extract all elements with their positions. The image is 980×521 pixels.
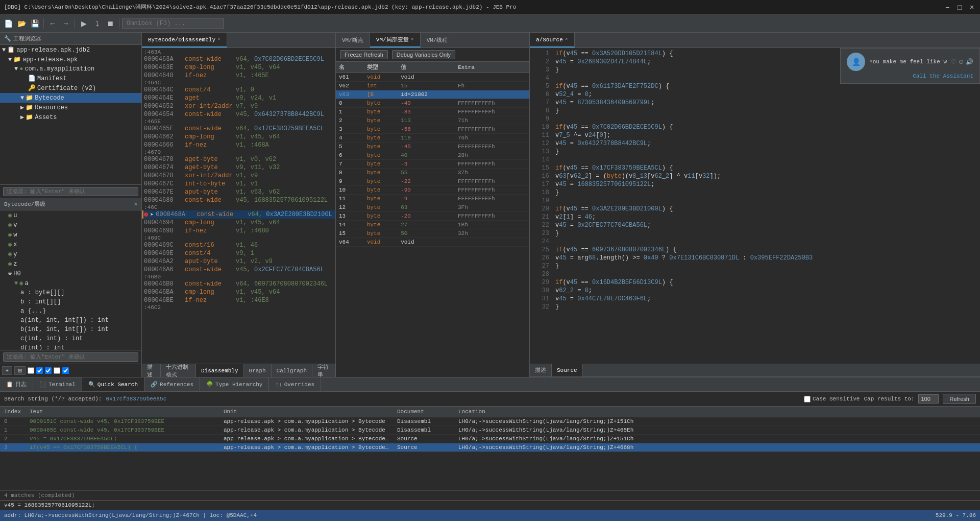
- code-line-16[interactable]: ➤ 0000468A const-wide v64, 0x3A2E280E3BD…: [142, 210, 335, 219]
- code-line-22[interactable]: 000046A6 const-wide v45, 0x2CFEC77C704CB…: [142, 266, 335, 274]
- refresh-button[interactable]: Refresh: [943, 394, 976, 404]
- source-tab-close[interactable]: ×: [565, 37, 568, 42]
- hier-a-bytes[interactable]: a : byte[][]: [0, 288, 141, 297]
- code-line-5[interactable]: 00004652 xor-int/2addr v7, v9: [142, 102, 335, 110]
- code-line-3[interactable]: 0000464C const/4 v1, 0: [142, 86, 335, 94]
- code-line-19[interactable]: 0000469C const/16 v1, 46: [142, 241, 335, 249]
- source-line[interactable]: 25if(v45 == 6097367080807002346L) {: [530, 246, 980, 254]
- source-line[interactable]: 20if(v45 == 0x3A2E280E3BD21000L) {: [530, 205, 980, 214]
- source-line[interactable]: 17 v45 = 1688352577061095122L;: [530, 181, 980, 189]
- checkbox2[interactable]: [36, 366, 43, 375]
- code-line-21[interactable]: 000046A2 aput-byte v1, v2, v9: [142, 257, 335, 266]
- var-name[interactable]: 0: [336, 99, 364, 108]
- var-name[interactable]: v62: [336, 82, 364, 90]
- var-name[interactable]: v64: [336, 238, 364, 247]
- tree-apk[interactable]: ▼ 📁 app-release.apk: [0, 55, 141, 64]
- source-source-tab[interactable]: Source: [552, 364, 583, 376]
- source-tab[interactable]: a/Source ×: [530, 33, 575, 48]
- log-tab[interactable]: 📋 日志: [0, 377, 33, 391]
- result-row[interactable]: 0 0000151C const-wide v45, 0x17CF383759B…: [0, 417, 980, 426]
- var-name[interactable]: 3: [336, 125, 364, 134]
- var-name[interactable]: 7: [336, 160, 364, 169]
- overrides-tab[interactable]: ↑↓ Overrides: [269, 377, 321, 391]
- volume-btn[interactable]: 🔊: [966, 58, 973, 65]
- source-desc-tab[interactable]: 描述: [530, 364, 552, 376]
- step-btn[interactable]: ⤵: [91, 17, 103, 30]
- code-line-7[interactable]: 0000465E const-wide v64, 0x17CF383759BEE…: [142, 125, 335, 133]
- debug-variables-btn[interactable]: Debug Variables Only: [392, 50, 455, 59]
- hier-h0[interactable]: ⊕ H0: [0, 269, 141, 278]
- tab-hex[interactable]: 十六进制格式: [161, 364, 196, 377]
- code-line-4[interactable]: 0000464E aget v9, v24, v1: [142, 94, 335, 102]
- source-line[interactable]: 12 v45 = 0x64327378B8442BC9L;: [530, 140, 980, 148]
- var-name[interactable]: 6: [336, 151, 364, 160]
- open-btn[interactable]: 📂: [15, 17, 28, 30]
- code-line-13[interactable]: 0000467C int-to-byte v1, v1: [142, 180, 335, 188]
- tree-package[interactable]: ▼ ● com.a.myapplication: [0, 64, 141, 74]
- code-line-25[interactable]: 000046BE if-nez v1, :46E8: [142, 296, 335, 304]
- var-name[interactable]: 4: [336, 134, 364, 143]
- grid-btn[interactable]: ⊞: [14, 366, 26, 375]
- save-btn[interactable]: 💾: [29, 17, 41, 30]
- source-line[interactable]: 6 v52_4 = 0;: [530, 91, 980, 99]
- source-line[interactable]: 31 v45 = 0x44C7E70E7DC463F6L;: [530, 295, 980, 303]
- hier-x[interactable]: ◉ x: [0, 240, 141, 249]
- call-assistant-link[interactable]: Call the Assistant: [847, 73, 973, 79]
- vm-var-close[interactable]: ×: [411, 37, 414, 42]
- source-line[interactable]: 27}: [530, 263, 980, 271]
- hier-w[interactable]: ◉ w: [0, 230, 141, 240]
- type-hierarchy-tab[interactable]: 🌳 Type Hierarchy: [200, 377, 269, 391]
- vm-breakpoint-tab[interactable]: VM/断点: [336, 33, 370, 48]
- code-line-9[interactable]: 00004666 if-nez v1, :468A: [142, 141, 335, 149]
- hier-b-method[interactable]: b(int, int, int[]) : int: [0, 325, 141, 334]
- code-line-17[interactable]: 00004694 cmp-long v1, v45, v64: [142, 219, 335, 227]
- code-line-20[interactable]: 0000469E const/4 v9, 1: [142, 249, 335, 257]
- tab-callgraph[interactable]: Callgraph: [272, 364, 312, 377]
- code-line-24[interactable]: 000046BA cmp-long v1, v45, v64: [142, 288, 335, 296]
- case-sensitive-check[interactable]: [804, 396, 811, 402]
- vm-variables-tab[interactable]: VM/局部变量 ×: [370, 33, 421, 48]
- code-line-11[interactable]: 00004674 aget-byte v9, v11, v32: [142, 163, 335, 172]
- var-name[interactable]: v63: [336, 90, 364, 99]
- source-line[interactable]: 11 v7_5 ^= v24[0];: [530, 132, 980, 140]
- new-btn[interactable]: 📄: [2, 17, 14, 30]
- code-line-23[interactable]: 000046B0 const-wide v64, 609736708080700…: [142, 280, 335, 288]
- tree-assets[interactable]: ▶ 📁 Assets: [0, 112, 141, 122]
- stop-btn[interactable]: ⏹: [104, 17, 116, 30]
- tree-resources[interactable]: ▶ 📁 Resources: [0, 103, 141, 112]
- var-name[interactable]: 11: [336, 195, 364, 203]
- maximize-button[interactable]: □: [955, 3, 964, 11]
- var-name[interactable]: 14: [336, 221, 364, 229]
- bytecode-content[interactable]: :463A 0000463A const-wide v64, 0x7C02D06…: [142, 48, 335, 364]
- checkbox1[interactable]: [28, 366, 34, 375]
- result-row[interactable]: 1 0000465E const-wide v45, 0x17CF383759B…: [0, 426, 980, 435]
- var-name[interactable]: 15: [336, 229, 364, 238]
- source-line[interactable]: 18}: [530, 189, 980, 197]
- code-line-14[interactable]: 0000467E aput-byte v1, v63, v62: [142, 188, 335, 196]
- hier-b-ints[interactable]: b : int[][]: [0, 297, 141, 306]
- add-btn[interactable]: +: [2, 366, 12, 375]
- source-line[interactable]: 14: [530, 156, 980, 164]
- var-name[interactable]: 8: [336, 169, 364, 177]
- source-line[interactable]: 30 v62_2 = 0;: [530, 287, 980, 295]
- hier-a-init[interactable]: a {...}: [0, 306, 141, 316]
- filter-input-bottom[interactable]: [3, 352, 138, 362]
- source-line[interactable]: 28: [530, 271, 980, 279]
- code-line-2[interactable]: 00004648 if-nez v1, :465E: [142, 72, 335, 80]
- result-row[interactable]: 3 if(v45 == 0x17CF383759BEEA5CL) { app-r…: [0, 443, 980, 452]
- heart-btn[interactable]: ♡: [951, 58, 957, 65]
- tab-describe[interactable]: 描述: [142, 364, 161, 377]
- bytecode-tab-close[interactable]: ×: [217, 37, 220, 42]
- cap-value-input[interactable]: [918, 394, 939, 404]
- source-line[interactable]: 16 v63[v62_2] = (byte)(v8_13[v62_2] ^ v1…: [530, 173, 980, 181]
- var-name[interactable]: 9: [336, 177, 364, 186]
- source-line[interactable]: 9: [530, 115, 980, 124]
- tree-bytecode[interactable]: ▼ 📁 Bytecode: [0, 93, 141, 103]
- hier-v[interactable]: ◉ v: [0, 220, 141, 230]
- forward-btn[interactable]: →: [60, 17, 72, 30]
- close-button[interactable]: ×: [968, 3, 976, 11]
- code-line-0[interactable]: 0000463A const-wide v64, 0x7C02D06BD2ECE…: [142, 55, 335, 63]
- hier-z[interactable]: ◉ z: [0, 259, 141, 269]
- source-line[interactable]: 10if(v45 == 0x7C02D06BD2ECE5C9L) {: [530, 124, 980, 132]
- hier-a-method[interactable]: a(int, int, int[]) : int: [0, 316, 141, 325]
